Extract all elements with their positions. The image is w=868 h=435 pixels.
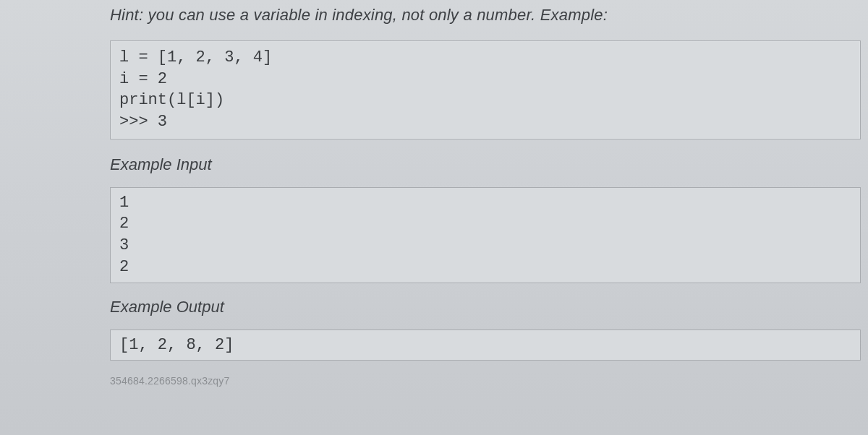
hint-text: Hint: you can use a variable in indexing…	[110, 6, 861, 25]
example-output-block: [1, 2, 8, 2]	[110, 330, 861, 361]
example-output-heading: Example Output	[110, 298, 861, 316]
content-column: Hint: you can use a variable in indexing…	[0, 6, 868, 387]
document-page: Hint: you can use a variable in indexing…	[0, 0, 868, 435]
example-input-block: 1 2 3 2	[110, 187, 861, 283]
document-id: 354684.2266598.qx3zqy7	[110, 375, 861, 387]
code-example-block: l = [1, 2, 3, 4] i = 2 print(l[i]) >>> 3	[110, 40, 861, 139]
example-input-heading: Example Input	[110, 155, 861, 174]
